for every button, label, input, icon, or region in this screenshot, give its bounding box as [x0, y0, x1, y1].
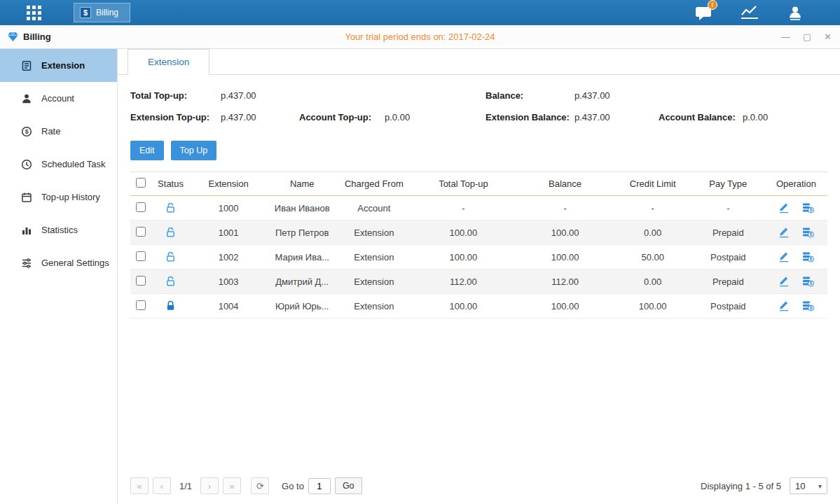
row-checkbox[interactable]: [136, 251, 146, 261]
next-page-button[interactable]: ›: [200, 477, 219, 494]
topup-icon[interactable]: $: [802, 227, 814, 238]
operation-cell: $: [765, 245, 827, 270]
edit-icon[interactable]: [778, 251, 790, 262]
sidebar-item-account[interactable]: Account: [0, 82, 117, 115]
edit-icon[interactable]: [778, 300, 790, 312]
minimize-button[interactable]: —: [781, 31, 790, 42]
status-cell: [151, 294, 190, 318]
billing-gem-icon: [7, 31, 19, 42]
row-checkbox[interactable]: [136, 202, 146, 212]
table-row: 1000 Иван Иванов Account - - - - $: [130, 196, 827, 220]
tab-extension[interactable]: Extension: [128, 49, 209, 75]
cell-charged-from: Account: [337, 196, 411, 220]
topup-icon[interactable]: $: [802, 251, 814, 262]
cell-charged-from: Extension: [337, 220, 411, 245]
cell-balance: 100.00: [516, 220, 614, 245]
row-checkbox[interactable]: [136, 227, 146, 237]
sidebar-item-topup-history[interactable]: Top-up History: [0, 181, 117, 214]
maximize-button[interactable]: ▢: [803, 31, 811, 42]
table-row: 1001 Петр Петров Extension 100.00 100.00…: [130, 220, 827, 245]
operation-cell: $: [765, 270, 827, 294]
pagination-bar: « ‹ 1/1 › » ⟳ Go to Go Displaying 1 - 5 …: [118, 477, 840, 504]
svg-text:$: $: [809, 281, 812, 287]
goto-label: Go to: [282, 481, 304, 491]
svg-text:$: $: [809, 208, 812, 214]
trial-notice: Your trial period ends on: 2017-02-24: [0, 31, 840, 42]
goto-page-input[interactable]: [308, 478, 331, 494]
cell-name: Петр Петров: [267, 220, 337, 245]
extension-topup-label: Extension Top-up:: [130, 112, 221, 122]
cell-total-topup: 100.00: [411, 294, 516, 318]
sidebar-item-statistics[interactable]: Statistics: [0, 214, 117, 246]
extension-topup-value: p.437.00: [221, 112, 299, 122]
user-icon: [787, 5, 804, 21]
cell-extension: 1004: [190, 294, 267, 318]
col-operation: Operation: [765, 172, 827, 196]
chevron-down-icon: ▾: [818, 482, 822, 490]
topup-icon[interactable]: $: [802, 300, 814, 312]
cell-balance: 112.00: [516, 270, 614, 294]
select-all-checkbox[interactable]: [136, 178, 146, 188]
cell-credit-limit: 100.00: [614, 294, 691, 318]
account-icon: [21, 93, 32, 104]
cell-name: Юрий Юрь...: [267, 294, 337, 318]
cell-credit-limit: 0.00: [614, 270, 691, 294]
close-button[interactable]: ✕: [824, 31, 832, 42]
cell-balance: 100.00: [516, 294, 614, 318]
status-cell: [151, 196, 190, 220]
topup-icon[interactable]: $: [802, 276, 814, 287]
row-checkbox[interactable]: [136, 300, 146, 310]
topbar-billing-tab[interactable]: $ Billing: [74, 3, 130, 22]
topup-icon[interactable]: $: [802, 202, 814, 214]
cell-extension: 1003: [190, 270, 267, 294]
sidebar-item-extension[interactable]: Extension: [0, 49, 117, 82]
cell-balance: -: [516, 196, 614, 220]
cell-extension: 1000: [190, 196, 267, 220]
balance-value: p.437.00: [574, 90, 659, 101]
go-button[interactable]: Go: [335, 477, 362, 494]
edit-button[interactable]: Edit: [130, 141, 164, 160]
extension-icon: [21, 60, 32, 71]
dollar-icon: $: [80, 7, 91, 18]
edit-icon[interactable]: [778, 276, 790, 287]
cell-total-topup: 100.00: [411, 220, 516, 245]
notifications-button[interactable]: !: [695, 5, 712, 21]
extension-table: Status Extension Name Charged From Total…: [130, 172, 827, 318]
last-page-button[interactable]: »: [223, 477, 241, 494]
sidebar-item-label: Rate: [41, 126, 60, 136]
cell-extension: 1002: [190, 245, 267, 270]
row-checkbox[interactable]: [136, 276, 146, 286]
operation-cell: $: [765, 220, 827, 245]
sidebar-item-scheduled-task[interactable]: Scheduled Task: [0, 148, 117, 181]
cell-charged-from: Extension: [337, 270, 411, 294]
prev-page-button[interactable]: ‹: [153, 477, 171, 494]
first-page-button[interactable]: «: [130, 477, 149, 494]
cell-total-topup: 112.00: [411, 270, 516, 294]
cell-credit-limit: 50.00: [614, 245, 691, 270]
topbar: $ Billing !: [0, 0, 840, 25]
edit-icon[interactable]: [778, 227, 790, 238]
sidebar-item-rate[interactable]: $ Rate: [0, 115, 117, 148]
cell-name: Мария Ива...: [267, 245, 337, 270]
page-size-select[interactable]: 10 ▾: [790, 477, 827, 494]
lock-open-icon: [165, 227, 176, 238]
lock-closed-icon: [165, 300, 176, 312]
status-cell: [151, 245, 190, 270]
account-topup-label: Account Top-up:: [299, 112, 385, 122]
sidebar-item-general-settings[interactable]: General Settings: [0, 246, 117, 279]
cell-extension: 1001: [190, 220, 267, 245]
table-header-row: Status Extension Name Charged From Total…: [130, 172, 827, 196]
cell-name: Иван Иванов: [267, 196, 337, 220]
clock-icon: [21, 159, 32, 170]
apps-grid-icon[interactable]: [27, 6, 41, 20]
total-topup-value: p.437.00: [221, 90, 299, 101]
reports-button[interactable]: [741, 6, 759, 20]
sidebar-item-label: Scheduled Task: [41, 159, 106, 169]
sliders-icon: [21, 258, 32, 269]
top-up-button[interactable]: Top Up: [171, 141, 217, 160]
chart-icon: [741, 6, 759, 20]
refresh-button[interactable]: ⟳: [251, 477, 269, 494]
user-menu-button[interactable]: [787, 5, 804, 21]
edit-icon[interactable]: [778, 202, 790, 214]
account-topup-value: p.0.00: [385, 112, 486, 122]
